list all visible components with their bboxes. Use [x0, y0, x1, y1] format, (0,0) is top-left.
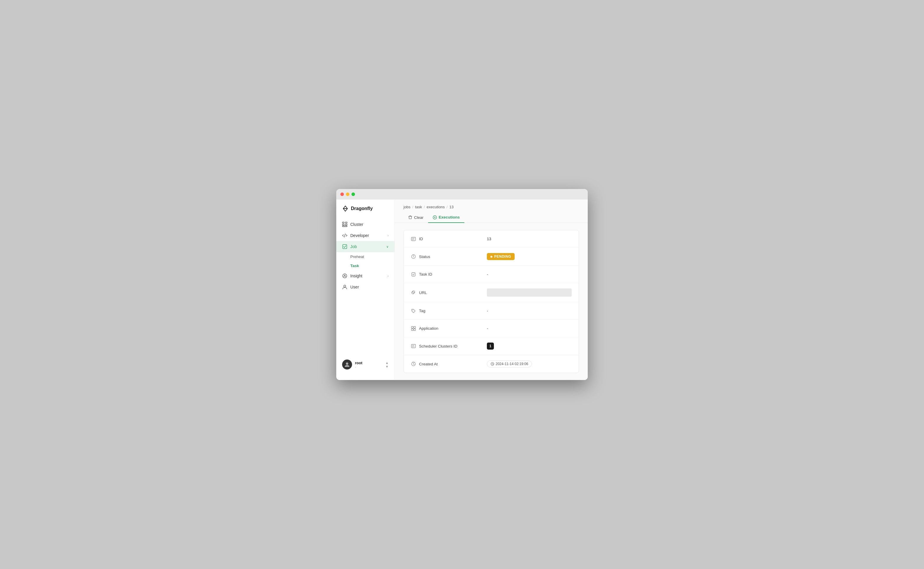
label-status-text: Status: [419, 254, 430, 259]
close-button[interactable]: [340, 193, 344, 196]
svg-rect-11: [343, 245, 347, 249]
breadcrumb: jobs / task / executions / 13: [395, 199, 588, 212]
chevron-right-icon: ›: [387, 234, 388, 237]
trash-icon: [408, 215, 412, 219]
logo[interactable]: Dragonfly: [336, 205, 394, 219]
clear-button[interactable]: Clear: [404, 212, 428, 223]
cluster-icon: [342, 222, 347, 227]
value-tag: -: [487, 309, 572, 313]
sidebar-item-cluster[interactable]: Cluster: [336, 219, 394, 230]
job-icon: [342, 244, 347, 249]
label-task-id: Task ID: [411, 272, 487, 277]
fullscreen-button[interactable]: [352, 193, 355, 196]
executions-tab[interactable]: Executions: [428, 212, 464, 223]
svg-line-0: [343, 206, 345, 208]
breadcrumb-jobs[interactable]: jobs: [404, 205, 411, 209]
row-scheduler-clusters-id: Scheduler Clusters ID 1: [404, 337, 579, 355]
value-status: PENDING: [487, 253, 572, 260]
svg-rect-30: [414, 327, 416, 328]
user-name: root: [355, 361, 382, 365]
svg-rect-9: [345, 224, 347, 225]
label-tag-text: Tag: [419, 309, 425, 313]
row-created-at: Created At 2024-11-14 02:19:06: [404, 355, 579, 373]
svg-line-10: [344, 234, 345, 237]
developer-icon: [342, 233, 347, 238]
sidebar-item-insight-label: Insight: [350, 274, 362, 278]
logo-icon: [342, 205, 349, 212]
svg-rect-8: [345, 222, 347, 223]
breadcrumb-id: 13: [449, 205, 454, 209]
id-icon: [411, 236, 416, 242]
created-at-badge: 2024-11-14 02:19:06: [487, 361, 532, 367]
svg-rect-31: [411, 329, 413, 330]
logo-text: Dragonfly: [351, 206, 373, 211]
task-id-icon: [411, 272, 416, 277]
label-created-at: Created At: [411, 361, 487, 367]
chevron-down-icon: ∨: [386, 245, 388, 249]
created-at-icon: [411, 361, 416, 367]
sidebar-item-preheat[interactable]: Preheat: [336, 252, 394, 261]
sidebar-item-preheat-label: Preheat: [350, 254, 364, 259]
main-content: jobs / task / executions / 13: [395, 199, 588, 380]
breadcrumb-sep-3: /: [446, 205, 448, 209]
application-icon: [411, 326, 416, 331]
label-task-id-text: Task ID: [419, 272, 432, 277]
sidebar-item-user-label: User: [350, 284, 359, 289]
svg-point-14: [344, 285, 346, 287]
sidebar: Dragonfly Cluster: [336, 199, 395, 380]
sidebar-item-developer[interactable]: Developer ›: [336, 230, 394, 241]
label-application-text: Application: [419, 326, 438, 330]
minimize-button[interactable]: [346, 193, 349, 196]
svg-rect-7: [342, 226, 347, 227]
svg-point-15: [346, 362, 348, 365]
user-info: root -: [355, 361, 382, 368]
row-url: URL: [404, 283, 579, 302]
badge-text: PENDING: [494, 254, 511, 259]
sidebar-item-user[interactable]: User: [336, 281, 394, 292]
detail-card: ID 13: [404, 230, 579, 373]
label-url-text: URL: [419, 291, 427, 295]
svg-rect-32: [414, 329, 416, 330]
sidebar-item-insight[interactable]: Insight ›: [336, 270, 394, 281]
svg-marker-19: [434, 216, 436, 218]
avatar: [342, 359, 352, 370]
row-status: Status PENDING: [404, 248, 579, 266]
status-badge: PENDING: [487, 253, 514, 260]
svg-point-26: [413, 257, 414, 258]
content-area: ID 13: [395, 223, 588, 380]
play-icon: [433, 215, 437, 219]
label-id: ID: [411, 236, 487, 242]
clear-label: Clear: [414, 215, 423, 220]
svg-line-2: [343, 208, 345, 211]
sidebar-item-job-label: Job: [350, 244, 357, 249]
row-id: ID 13: [404, 230, 579, 248]
sidebar-item-task[interactable]: Task: [336, 261, 394, 270]
svg-rect-17: [410, 216, 411, 216]
user-profile[interactable]: root - ▲ ▼: [336, 355, 394, 374]
chevron-right-icon2: ›: [387, 274, 388, 278]
svg-rect-5: [342, 222, 344, 223]
created-at-value: 2024-11-14 02:19:06: [496, 362, 528, 366]
clock-icon: [491, 362, 494, 366]
tag-icon: [411, 308, 416, 313]
label-scheduler-clusters-id-text: Scheduler Clusters ID: [419, 344, 457, 348]
value-url: [487, 288, 572, 297]
breadcrumb-executions[interactable]: executions: [426, 205, 445, 209]
label-tag: Tag: [411, 308, 487, 313]
value-created-at: 2024-11-14 02:19:06: [487, 361, 572, 367]
value-task-id: -: [487, 272, 572, 277]
label-status: Status: [411, 254, 487, 259]
svg-rect-27: [412, 273, 415, 276]
user-icon: [342, 284, 347, 290]
toolbar: Clear Executions: [395, 212, 588, 223]
scheduler-id-badge: 1: [487, 342, 494, 350]
sidebar-item-job[interactable]: Job ∨: [336, 241, 394, 252]
label-scheduler-clusters-id: Scheduler Clusters ID: [411, 344, 487, 349]
executions-label: Executions: [438, 215, 460, 219]
breadcrumb-sep-2: /: [424, 205, 425, 209]
breadcrumb-task[interactable]: task: [415, 205, 422, 209]
row-task-id: Task ID -: [404, 266, 579, 283]
svg-rect-29: [411, 327, 413, 328]
sidebar-item-developer-label: Developer: [350, 233, 369, 238]
url-icon: [411, 290, 416, 295]
